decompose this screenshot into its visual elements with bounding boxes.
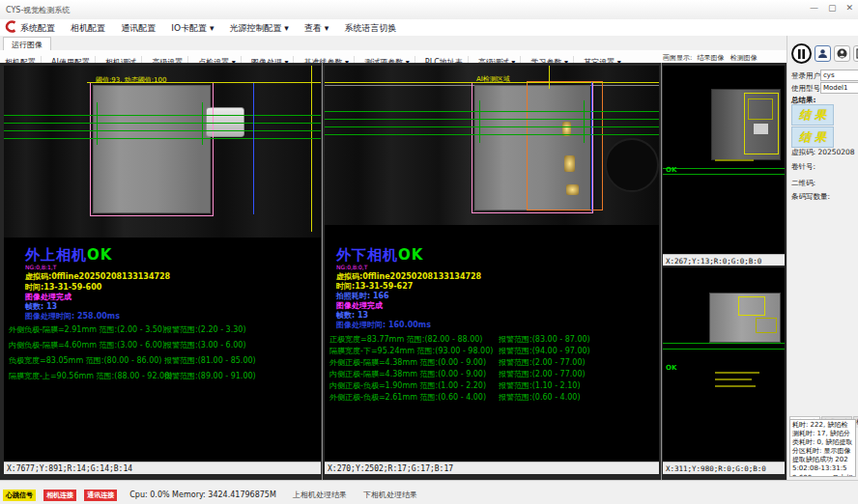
camera-name: 外上相机 [25, 246, 87, 264]
log-output[interactable]: 耗时: 222, 缺陷检测耗时: 17, 缺陷分类耗时: 0, 缺陷提取分区耗时… [789, 419, 856, 477]
menu-comm-config[interactable]: 通讯配置 [121, 22, 156, 35]
camera-result-ok: OK [87, 246, 112, 264]
alarm-range: 报警范围:(83.00 - 87.00) [499, 334, 590, 345]
threshold-label: 阈值:93, 动态阈值:100 [96, 75, 166, 85]
virtual-code-label: 虚拟码: 20250208 [791, 148, 855, 157]
maximize-button[interactable]: ▢ [828, 3, 837, 13]
result-display-upper: 结 果 [791, 104, 834, 126]
menu-view[interactable]: 查看 ▾ [304, 22, 329, 35]
alarm-range: 报警范围:(3.00 - 6.00) [164, 340, 246, 350]
display-selector: 画面显示: 结果图像 检测图像 [663, 53, 785, 64]
defect-box-yellow [756, 318, 777, 333]
measurement-row: 外侧正极-隔膜=4.38mm 范围:(0.00 - 9.00) [329, 357, 486, 368]
title-bar: CYS-视觉检测系统 — ▢ ✕ [0, 0, 858, 20]
camera-sub-status: NG:0,B:0,T [336, 264, 367, 270]
camera-result-header: 外下相机OK [336, 246, 423, 265]
lower-camera-image[interactable]: AI检测区域 [325, 66, 659, 225]
measurement-row: 内侧正极-负极=1.90mm 范围:(1.00 - 2.20) [329, 380, 486, 391]
cpu-memory-status: Cpu: 0.0% Memory: 3424.41796875M [129, 490, 276, 499]
login-user-button[interactable] [815, 45, 831, 62]
thumb-ok-label: OK [666, 166, 676, 174]
glint-spot [754, 124, 768, 134]
measure-line-blue [253, 83, 254, 214]
measurement-row: 负极宽度=83.05mm 范围:(80.00 - 86.00) [9, 355, 161, 366]
camera-result-ok: OK [398, 246, 423, 264]
ai-region-label: AI检测区域 [476, 74, 510, 84]
reference-line-yellow-vertical [311, 66, 312, 232]
menu-system-config[interactable]: 系统配置 [20, 22, 55, 35]
login-user-input[interactable] [820, 70, 858, 81]
upper-camera-coords: X:7677;Y:891;R:14;G:14;B:14 [4, 462, 321, 474]
status-bar: 心跳信号 相机连接 通讯连接 Cpu: 0.0% Memory: 3424.41… [0, 480, 858, 504]
operator-button[interactable] [834, 45, 850, 62]
qr-code-label: 二维码: [791, 179, 815, 188]
measurement-row: 外侧负极-隔膜=2.91mm 范围:(2.00 - 3.50) [9, 324, 165, 335]
upper-camera-result-link[interactable]: 上相机处理结果 [293, 490, 347, 499]
alarm-range: 报警范围:(2.20 - 3.30) [164, 324, 246, 335]
pin-number-label: 卷针号: [791, 162, 815, 172]
lower-camera-result-link[interactable]: 下相机处理结果 [363, 490, 417, 499]
close-button[interactable]: ✕ [845, 3, 853, 13]
sidebar: 登录用户: 使用型号: 总结果: 结 果 结 果 虚拟码: 20250208 卷… [786, 36, 858, 480]
display-selector-label: 画面显示: [663, 54, 692, 62]
panel-splitter[interactable] [661, 63, 662, 480]
comm-connect-badge: 通讯连接 [84, 490, 117, 501]
lower-camera-view[interactable]: AI检测区域 外下相机OK NG:0,B:0,T 虚拟码:0ffline2025… [325, 66, 659, 462]
measurement-row: 外侧正极-负极=2.61mm 范围:(0.60 - 4.00) [329, 392, 486, 403]
minimize-button[interactable]: — [810, 3, 818, 13]
barcode-count-label: 条码写数量: [791, 192, 830, 202]
alarm-range: 报警范围:(2.00 - 77.00) [499, 369, 586, 379]
virtual-code-value: 20250208 [817, 148, 854, 156]
exit-button[interactable] [853, 45, 858, 62]
menu-io-config[interactable]: IO卡配置 ▾ [171, 22, 214, 35]
thumb2-coords: X:311;Y:980;R:0;G:0;B:0 [663, 462, 785, 474]
process-time-line: 图像处理时间: 160.00ms [336, 320, 431, 330]
virtual-code-line: 虚拟码:0ffline20250208133134728 [25, 271, 170, 282]
alarm-range: 报警范围:(89.00 - 91.00) [164, 371, 256, 381]
process-time-line: 图像处理时间: 258.00ms [25, 311, 120, 322]
model-input[interactable] [820, 82, 858, 94]
camera-sub-status: NG:0,B:1,T [25, 264, 56, 270]
alarm-range: 报警范围:(1.10 - 2.10) [499, 380, 581, 391]
defect-box-yellow [738, 296, 765, 316]
result-thumbnail-lower[interactable]: OK [663, 267, 785, 462]
thumb1-coords: X:267;Y:13;R:0;G:0;B:0 [663, 254, 785, 266]
alarm-range: 报警范围:(0.60 - 4.00) [499, 392, 581, 403]
model-label: 使用型号: [791, 84, 823, 94]
defect-box-yellow [748, 98, 773, 120]
display-option-result[interactable]: 结果图像 [698, 54, 725, 62]
menu-camera-config[interactable]: 相机配置 [71, 22, 105, 35]
measurement-row: 正极宽度=83.77mm 范围:(82.00 - 88.00) [329, 334, 482, 345]
camera-result-header: 外上相机OK [25, 246, 112, 265]
upper-camera-image[interactable]: 阈值:93, 动态阈值:100 [4, 66, 321, 238]
roi-box-pink [90, 82, 214, 216]
measurement-row: 内侧负极-隔膜=4.60mm 范围:(3.00 - 6.00) [9, 340, 165, 350]
alarm-range: 报警范围:(81.00 - 85.00) [164, 355, 256, 366]
heartbeat-badge: 心跳信号 [3, 490, 36, 501]
panel-splitter[interactable] [322, 63, 323, 480]
upper-camera-view[interactable]: 阈值:93, 动态阈值:100 外上相机OK NG:0,B:1,T 虚拟码:0f… [4, 66, 321, 462]
window-title: CYS-视觉检测系统 [6, 5, 70, 15]
measure-line-blue [591, 82, 592, 211]
camera-name: 外下相机 [336, 246, 398, 264]
menu-language-switch[interactable]: 系统语言切换 [344, 22, 396, 35]
display-option-detect[interactable]: 检测图像 [730, 54, 758, 62]
menu-bar: 系统配置 相机配置 通讯配置 IO卡配置 ▾ 光源控制配置 ▾ 查看 ▾ 系统语… [0, 19, 858, 37]
app-window: CYS-视觉检测系统 — ▢ ✕ 系统配置 相机配置 通讯配置 IO卡配置 ▾ … [0, 0, 858, 504]
tab-run-image[interactable]: 运行图像 [3, 37, 51, 51]
tab-strip: 运行图像 [0, 36, 786, 51]
pause-button[interactable] [791, 43, 812, 64]
camera-connect-badge: 相机连接 [43, 490, 76, 501]
thumb-ok-label: OK [666, 364, 676, 372]
measurement-row: 隔膜宽度-上=90.56mm 范围:(88.00 - 92.00) [9, 371, 172, 381]
measurement-row: 内侧正极-隔膜=4.38mm 范围:(0.00 - 9.00) [329, 369, 486, 379]
result-display-lower: 结 果 [791, 126, 834, 148]
result-thumbnail-upper[interactable]: OK [663, 66, 785, 254]
measurement-row: 隔膜宽度-下=95.24mm 范围:(93.00 - 98.00) [329, 346, 493, 356]
alarm-range: 报警范围:(94.00 - 97.00) [499, 346, 590, 356]
alarm-range: 报警范围:(2.00 - 77.00) [499, 357, 586, 368]
menu-light-config[interactable]: 光源控制配置 ▾ [230, 22, 289, 35]
login-user-label: 登录用户: [791, 71, 823, 81]
lower-camera-coords: X:270;Y:2502;R:17;G:17;B:17 [325, 462, 659, 474]
machine-roller-image [605, 138, 659, 192]
